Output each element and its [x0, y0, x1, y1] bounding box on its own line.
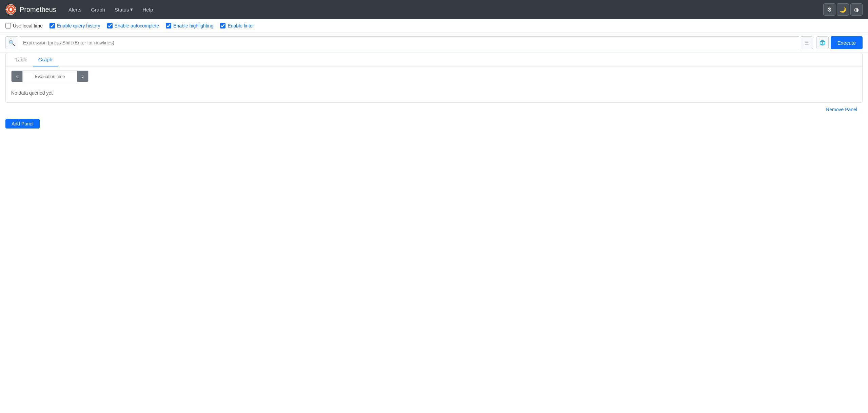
enable-autocomplete-checkbox[interactable]: [107, 23, 113, 28]
remove-panel-row: Remove Panel: [5, 105, 863, 115]
tab-graph[interactable]: Graph: [33, 53, 58, 66]
options-bar: Use local time Enable query history Enab…: [0, 19, 868, 33]
metrics-explorer-button[interactable]: 🌐: [816, 36, 829, 49]
use-local-time-option[interactable]: Use local time: [5, 23, 43, 28]
tab-table[interactable]: Table: [10, 53, 33, 66]
query-panel: Table Graph ‹ › No data queried yet: [5, 53, 863, 103]
enable-linter-option[interactable]: Enable linter: [220, 23, 254, 28]
eval-time-input[interactable]: [23, 71, 77, 82]
enable-highlighting-option[interactable]: Enable highlighting: [166, 23, 213, 28]
navbar: Prometheus Alerts Graph Status ▾ Help ⚙ …: [0, 0, 868, 19]
search-icon: 🔍: [8, 40, 15, 46]
enable-autocomplete-option[interactable]: Enable autocomplete: [107, 23, 159, 28]
enable-linter-label: Enable linter: [228, 23, 254, 28]
enable-autocomplete-label: Enable autocomplete: [115, 23, 159, 28]
theme-moon-button[interactable]: 🌙: [837, 3, 849, 16]
remove-panel-link[interactable]: Remove Panel: [826, 107, 857, 112]
svg-point-2: [9, 8, 12, 11]
table-content: ‹ › No data queried yet: [6, 66, 862, 102]
no-data-text: No data queried yet: [11, 87, 857, 98]
use-local-time-checkbox[interactable]: [5, 23, 11, 28]
nav-status[interactable]: Status ▾: [111, 4, 137, 15]
settings-button[interactable]: ⚙: [823, 3, 835, 16]
add-panel-area: Add Panel: [0, 115, 868, 133]
nav-status-label: Status: [115, 7, 129, 13]
enable-query-history-checkbox[interactable]: [50, 23, 55, 28]
search-icon-wrap: 🔍: [5, 36, 18, 49]
use-local-time-label: Use local time: [13, 23, 43, 28]
add-panel-button[interactable]: Add Panel: [5, 119, 40, 129]
list-metrics-button[interactable]: ☰: [801, 36, 813, 49]
nav-links: Alerts Graph Status ▾ Help: [64, 4, 821, 15]
eval-next-button[interactable]: ›: [77, 71, 88, 82]
contrast-button[interactable]: ◑: [850, 3, 863, 16]
brand[interactable]: Prometheus: [5, 4, 56, 15]
enable-highlighting-label: Enable highlighting: [173, 23, 213, 28]
enable-linter-checkbox[interactable]: [220, 23, 225, 28]
nav-graph[interactable]: Graph: [87, 4, 109, 15]
expression-input[interactable]: [20, 36, 799, 49]
prometheus-logo: [5, 4, 16, 15]
chevron-down-icon: ▾: [130, 6, 133, 13]
panel-tabs: Table Graph: [6, 53, 862, 66]
eval-prev-button[interactable]: ‹: [11, 71, 23, 82]
navbar-icon-group: ⚙ 🌙 ◑: [823, 3, 863, 16]
enable-query-history-option[interactable]: Enable query history: [50, 23, 100, 28]
nav-help[interactable]: Help: [138, 4, 157, 15]
execute-button[interactable]: Execute: [831, 36, 863, 49]
enable-query-history-label: Enable query history: [57, 23, 100, 28]
panels-container: Table Graph ‹ › No data queried yet Remo…: [0, 53, 868, 115]
eval-time-row: ‹ ›: [11, 71, 857, 82]
brand-text: Prometheus: [20, 6, 56, 14]
nav-alerts[interactable]: Alerts: [64, 4, 85, 15]
query-bar: 🔍 ☰ 🌐 Execute: [0, 33, 868, 53]
enable-highlighting-checkbox[interactable]: [166, 23, 171, 28]
